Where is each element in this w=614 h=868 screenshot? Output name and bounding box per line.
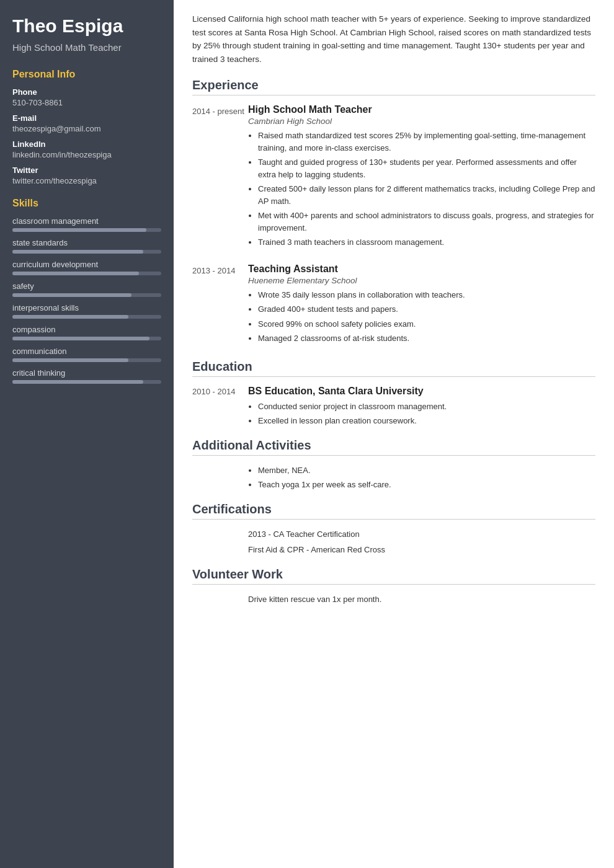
certifications-heading: Certifications: [192, 502, 595, 520]
skill-bar-fill: [12, 337, 149, 340]
skills-list: classroom managementstate standardscurri…: [12, 216, 161, 384]
exp-company: Hueneme Elementary School: [248, 276, 595, 285]
skill-name: state standards: [12, 238, 161, 247]
cert-content: 2013 - CA Teacher CertificationFirst Aid…: [248, 528, 595, 559]
edu-bullets: Conducted senior project in classroom ma…: [248, 401, 595, 427]
certification-line: 2013 - CA Teacher Certification: [248, 528, 595, 541]
edu-degree: BS Education, Santa Clara University: [248, 386, 595, 397]
volunteer-item: Drive kitten rescue van 1x per month.: [192, 593, 595, 606]
exp-content: High School Math TeacherCambrian High Sc…: [248, 104, 595, 251]
skill-bar-background: [12, 315, 161, 319]
volunteer-heading: Volunteer Work: [192, 567, 595, 585]
skill-bar-fill: [12, 315, 128, 319]
email-value: theozespiga@gmail.com: [12, 124, 161, 133]
skill-bar-background: [12, 228, 161, 232]
edu-content: BS Education, Santa Clara UniversityCond…: [248, 386, 595, 430]
skill-item: critical thinking: [12, 368, 161, 384]
skill-item: communication: [12, 347, 161, 362]
skill-bar-background: [12, 272, 161, 275]
skill-item: compassion: [12, 325, 161, 340]
exp-bullet: Met with 400+ parents and school adminis…: [258, 210, 595, 234]
linkedin-value: linkedin.com/in/theozespiga: [12, 150, 161, 159]
skill-name: safety: [12, 281, 161, 291]
exp-company: Cambrian High School: [248, 117, 595, 126]
skill-name: critical thinking: [12, 368, 161, 378]
skill-name: compassion: [12, 325, 161, 334]
sidebar: Theo Espiga High School Math Teacher Per…: [0, 0, 174, 868]
certification-line: First Aid & CPR - American Red Cross: [248, 544, 595, 557]
skill-item: safety: [12, 281, 161, 297]
twitter-value: twitter.com/theozespiga: [12, 176, 161, 185]
personal-info-heading: Personal Info: [12, 69, 161, 80]
candidate-title: High School Math Teacher: [12, 41, 161, 54]
skills-heading: Skills: [12, 198, 161, 209]
linkedin-label: LinkedIn: [12, 140, 161, 149]
phone-value: 510-703-8861: [12, 98, 161, 107]
exp-bullet: Graded 400+ student tests and papers.: [258, 303, 595, 316]
exp-bullet: Taught and guided progress of 130+ stude…: [258, 156, 595, 180]
exp-content: Teaching AssistantHueneme Elementary Sch…: [248, 264, 595, 347]
activities-bullets: Member, NEA.Teach yoga 1x per week as se…: [248, 464, 595, 491]
exp-bullet: Wrote 35 daily lesson plans in collabora…: [258, 289, 595, 301]
exp-job-title: Teaching Assistant: [248, 264, 595, 275]
skill-item: classroom management: [12, 216, 161, 232]
skill-name: curriculum development: [12, 260, 161, 269]
exp-job-title: High School Math Teacher: [248, 104, 595, 115]
experience-item: 2013 - 2014Teaching AssistantHueneme Ele…: [192, 264, 595, 347]
vol-content: Drive kitten rescue van 1x per month.: [248, 593, 595, 606]
education-list: 2010 - 2014BS Education, Santa Clara Uni…: [192, 386, 595, 430]
skill-bar-fill: [12, 250, 143, 254]
skill-bar-background: [12, 358, 161, 362]
skill-bar-fill: [12, 358, 128, 362]
experience-heading: Experience: [192, 78, 595, 95]
exp-bullet: Managed 2 classrooms of at-risk students…: [258, 332, 595, 345]
main-content: Licensed California high school math tea…: [174, 0, 614, 868]
activity-bullet: Member, NEA.: [258, 464, 595, 477]
exp-bullets: Raised math standardized test scores 25%…: [248, 130, 595, 249]
exp-bullet: Scored 99% on school safety policies exa…: [258, 318, 595, 330]
activities-content: Member, NEA.Teach yoga 1x per week as se…: [248, 464, 595, 494]
skill-item: interpersonal skills: [12, 303, 161, 319]
exp-dates: 2013 - 2014: [192, 264, 248, 347]
summary-text: Licensed California high school math tea…: [192, 12, 595, 66]
skill-bar-fill: [12, 293, 131, 297]
skill-bar-background: [12, 380, 161, 384]
skill-name: classroom management: [12, 216, 161, 226]
skill-bar-background: [12, 250, 161, 254]
exp-bullet: Trained 3 math teachers in classroom man…: [258, 236, 595, 249]
skill-bar-background: [12, 337, 161, 340]
exp-bullet: Raised math standardized test scores 25%…: [258, 130, 595, 154]
twitter-label: Twitter: [12, 166, 161, 175]
skill-name: interpersonal skills: [12, 303, 161, 312]
skill-item: curriculum development: [12, 260, 161, 275]
skill-name: communication: [12, 347, 161, 356]
activity-bullet: Teach yoga 1x per week as self-care.: [258, 479, 595, 491]
contact-list: Phone 510-703-8861 E-mail theozespiga@gm…: [12, 87, 161, 185]
skill-bar-fill: [12, 380, 143, 384]
exp-bullet: Created 500+ daily lesson plans for 2 di…: [258, 183, 595, 207]
experience-item: 2014 - presentHigh School Math TeacherCa…: [192, 104, 595, 251]
skill-item: state standards: [12, 238, 161, 254]
certifications-item: 2013 - CA Teacher CertificationFirst Aid…: [192, 528, 595, 559]
skill-bar-fill: [12, 272, 139, 275]
experience-list: 2014 - presentHigh School Math TeacherCa…: [192, 104, 595, 347]
edu-dates: 2010 - 2014: [192, 386, 248, 430]
activities-item: Member, NEA.Teach yoga 1x per week as se…: [192, 464, 595, 494]
email-label: E-mail: [12, 113, 161, 123]
edu-bullet: Conducted senior project in classroom ma…: [258, 401, 595, 413]
skill-bar-background: [12, 293, 161, 297]
exp-dates: 2014 - present: [192, 104, 248, 251]
skill-bar-fill: [12, 228, 146, 232]
activities-heading: Additional Activities: [192, 438, 595, 456]
candidate-name: Theo Espiga: [12, 15, 161, 37]
volunteer-text: Drive kitten rescue van 1x per month.: [248, 593, 595, 606]
education-heading: Education: [192, 360, 595, 377]
phone-label: Phone: [12, 87, 161, 97]
exp-bullets: Wrote 35 daily lesson plans in collabora…: [248, 289, 595, 345]
edu-bullet: Excelled in lesson plan creation coursew…: [258, 415, 595, 427]
education-item: 2010 - 2014BS Education, Santa Clara Uni…: [192, 386, 595, 430]
